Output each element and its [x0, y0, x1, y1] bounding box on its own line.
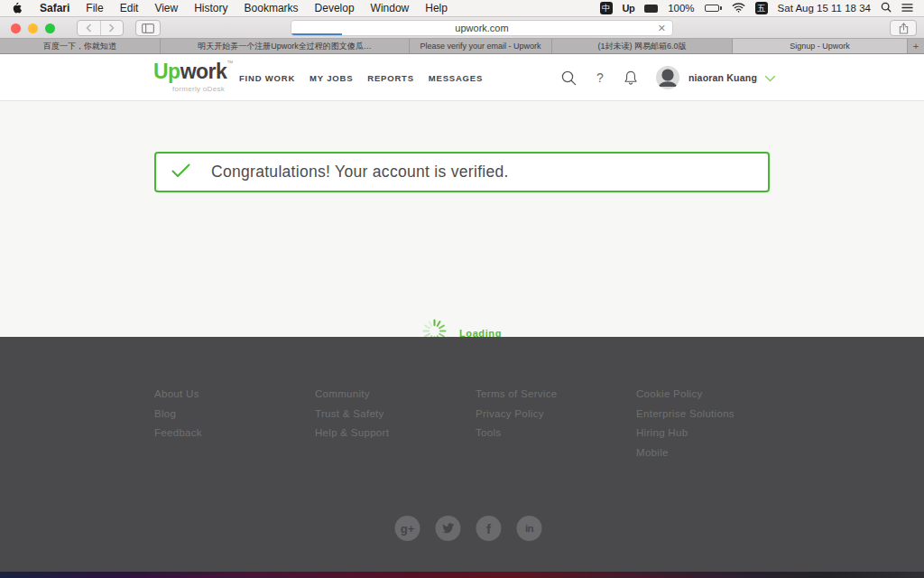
tab-netease-mail[interactable]: (1封未读) 网易邮箱6.0版: [552, 39, 733, 53]
page-load-progress: [291, 33, 342, 36]
new-tab-button[interactable]: +: [908, 39, 924, 53]
facebook-icon[interactable]: f: [476, 516, 502, 541]
footer-column-company: About Us Blog Feedback: [154, 389, 315, 467]
menubar-clock[interactable]: Sat Aug 15 11 18 34: [778, 3, 871, 14]
site-nav: FIND WORK MY JOBS REPORTS MESSAGES: [239, 54, 483, 101]
status-widget-icon[interactable]: [644, 5, 658, 13]
stop-loading-icon[interactable]: ✕: [658, 23, 666, 34]
footer-link-about-us[interactable]: About Us: [154, 389, 315, 400]
menu-help[interactable]: Help: [425, 2, 448, 14]
check-icon: [171, 163, 190, 182]
menubar-status-area: 中 Up 100% 五 Sat Aug 15 11 18 34: [600, 2, 913, 14]
site-header: Upwork™ formerly oDesk FIND WORK MY JOBS…: [0, 54, 924, 101]
search-icon[interactable]: [561, 70, 577, 86]
desktop-wallpaper-strip: [0, 572, 924, 578]
footer-link-mobile[interactable]: Mobile: [636, 448, 797, 459]
history-nav-buttons: [77, 20, 124, 36]
notifications-bell-icon[interactable]: [624, 70, 638, 86]
battery-percent: 100%: [668, 3, 694, 14]
footer-link-community[interactable]: Community: [315, 389, 476, 400]
page-main: Congratulations! Your account is verifie…: [0, 101, 924, 337]
forward-button[interactable]: [101, 21, 124, 35]
address-bar-url: upwork.com: [455, 23, 508, 33]
tab-verify-email[interactable]: Please verify your email - Upwork: [410, 39, 552, 53]
browser-toolbar: upwork.com ✕: [0, 17, 924, 39]
footer-column-community: Community Trust & Safety Help & Support: [315, 389, 476, 467]
menu-bookmarks[interactable]: Bookmarks: [245, 2, 299, 14]
user-name[interactable]: niaoran Kuang: [688, 72, 757, 83]
upwork-menubar-icon[interactable]: Up: [623, 3, 635, 14]
logo-tagline: formerly oDesk: [172, 85, 225, 93]
sidebar-toggle-button[interactable]: [135, 20, 161, 36]
tab-upwork-tutorial[interactable]: 明天开始弄一个注册Upwork全过程的图文傻瓜…: [161, 39, 410, 53]
address-bar[interactable]: upwork.com ✕: [291, 20, 673, 36]
avatar[interactable]: [656, 66, 679, 89]
menu-window[interactable]: Window: [371, 2, 410, 14]
window-controls: [11, 23, 55, 33]
footer-link-trust-safety[interactable]: Trust & Safety: [315, 409, 476, 420]
ime-wubi-icon[interactable]: 五: [755, 2, 768, 14]
nav-find-work[interactable]: FIND WORK: [239, 73, 295, 83]
tab-baidu[interactable]: 百度一下，你就知道: [0, 39, 161, 53]
share-button[interactable]: [890, 20, 917, 36]
footer-link-blog[interactable]: Blog: [154, 409, 315, 420]
menu-view[interactable]: View: [154, 2, 178, 14]
menu-develop[interactable]: Develop: [315, 2, 355, 14]
footer-link-help-support[interactable]: Help & Support: [315, 428, 476, 439]
social-icons-row: g+ f in: [395, 516, 542, 541]
linkedin-icon[interactable]: in: [517, 516, 542, 541]
help-icon[interactable]: ?: [596, 70, 604, 85]
footer-link-columns: About Us Blog Feedback Community Trust &…: [154, 389, 797, 467]
tab-bar: 百度一下，你就知道 明天开始弄一个注册Upwork全过程的图文傻瓜… Pleas…: [0, 39, 924, 54]
google-plus-icon[interactable]: g+: [395, 516, 420, 541]
apple-menu-icon[interactable]: [13, 2, 23, 14]
footer-link-tools[interactable]: Tools: [476, 428, 636, 439]
macos-menubar: Safari File Edit View History Bookmarks …: [0, 0, 924, 17]
footer-link-hiring-hub[interactable]: Hiring Hub: [636, 428, 797, 439]
footer-link-enterprise[interactable]: Enterprise Solutions: [636, 409, 797, 420]
back-button[interactable]: [78, 21, 101, 35]
site-footer: About Us Blog Feedback Community Trust &…: [0, 337, 924, 572]
notification-center-icon[interactable]: [901, 3, 913, 14]
header-right-area: ? niaoran Kuang: [561, 54, 776, 101]
nav-reports[interactable]: REPORTS: [367, 73, 414, 83]
wifi-icon[interactable]: [732, 3, 745, 14]
footer-column-legal: Terms of Service Privacy Policy Tools: [476, 389, 636, 467]
success-alert: Congratulations! Your account is verifie…: [154, 152, 770, 192]
menu-edit[interactable]: Edit: [120, 2, 139, 14]
footer-link-terms[interactable]: Terms of Service: [476, 389, 636, 400]
spotlight-search-icon[interactable]: [881, 2, 892, 14]
battery-icon[interactable]: [705, 5, 722, 12]
ime-pinyin-icon[interactable]: 中: [600, 2, 613, 14]
screen: Safari File Edit View History Bookmarks …: [0, 0, 924, 578]
menubar-app-name[interactable]: Safari: [40, 2, 69, 14]
close-window-button[interactable]: [11, 23, 21, 33]
zoom-window-button[interactable]: [45, 23, 55, 33]
footer-link-cookie-policy[interactable]: Cookie Policy: [636, 389, 797, 400]
nav-messages[interactable]: MESSAGES: [429, 73, 483, 83]
twitter-icon[interactable]: [436, 516, 461, 541]
menu-file[interactable]: File: [86, 2, 103, 14]
footer-link-privacy[interactable]: Privacy Policy: [476, 409, 636, 420]
alert-message: Congratulations! Your account is verifie…: [211, 163, 509, 182]
chevron-down-icon[interactable]: [764, 70, 776, 86]
footer-column-more: Cookie Policy Enterprise Solutions Hirin…: [636, 389, 797, 467]
menu-history[interactable]: History: [194, 2, 227, 14]
footer-link-feedback[interactable]: Feedback: [154, 428, 315, 439]
nav-my-jobs[interactable]: MY JOBS: [310, 73, 353, 83]
upwork-logo[interactable]: Upwork™: [153, 60, 233, 84]
tab-signup-upwork-active[interactable]: Signup - Upwork: [733, 39, 908, 53]
minimize-window-button[interactable]: [28, 23, 38, 33]
